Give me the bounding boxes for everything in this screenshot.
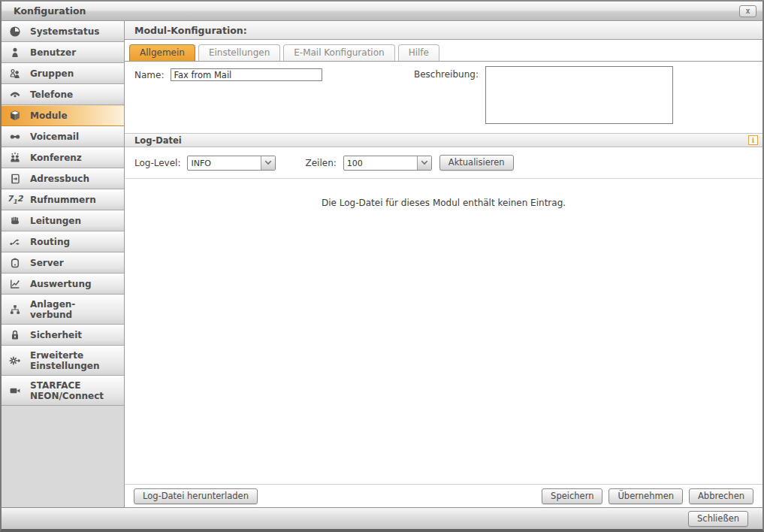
- sidebar-item-leitungen[interactable]: Leitungen: [2, 210, 124, 231]
- log-controls: Log-Level: INFO Zeilen: 100 Aktualisiere…: [125, 147, 762, 179]
- sidebar-item-auswertung[interactable]: Auswertung: [2, 274, 124, 295]
- sidebar-item-label: STARFACE NEON/Connect: [30, 380, 104, 401]
- tab-allgemein[interactable]: Allgemein: [129, 44, 195, 61]
- panel-title: Modul-Konfiguration:: [125, 21, 762, 40]
- sidebar-item-label: Module: [30, 110, 68, 121]
- log-level-select[interactable]: INFO: [187, 156, 276, 171]
- tab-einstellungen[interactable]: Einstellungen: [198, 44, 280, 61]
- log-level-label: Log-Level:: [134, 158, 180, 168]
- general-form: Name: Beschreibung:: [125, 62, 762, 133]
- sidebar-item-voicemail[interactable]: Voicemail: [2, 126, 124, 147]
- conference-icon: [7, 152, 23, 164]
- sidebar-item-konferenz[interactable]: Konferenz: [2, 147, 124, 168]
- sidebar-item-label: Telefone: [30, 89, 73, 100]
- chevron-down-icon: [261, 156, 275, 170]
- cancel-button[interactable]: Abbrechen: [689, 488, 753, 504]
- titlebar: Konfiguration x: [2, 2, 762, 21]
- sidebar-item-label: Auswertung: [30, 279, 92, 289]
- log-content-area: [125, 208, 762, 484]
- address-book-icon: [7, 173, 23, 185]
- chevron-down-icon: [417, 156, 431, 170]
- save-button[interactable]: Speichern: [542, 488, 602, 504]
- name-label: Name:: [134, 70, 164, 80]
- chart-icon: [7, 278, 23, 290]
- sidebar-item-starface-neon-connect[interactable]: STARFACE NEON/Connect: [2, 376, 124, 406]
- sidebar-item-label: Server: [30, 258, 64, 268]
- description-label: Beschreibung:: [414, 69, 479, 124]
- lock-icon: [7, 329, 23, 341]
- sidebar-item-benutzer[interactable]: Benutzer: [2, 42, 124, 63]
- user-icon: [7, 47, 23, 59]
- sidebar-item-label: Adressbuch: [30, 174, 89, 184]
- info-icon[interactable]: i: [748, 135, 758, 145]
- sidebar-item-systemstatus[interactable]: Systemstatus: [2, 21, 124, 42]
- close-window-button[interactable]: Schließen: [688, 511, 748, 527]
- log-level-value: INFO: [188, 156, 261, 170]
- server-icon: [7, 257, 23, 269]
- gear-plus-icon: [7, 355, 23, 367]
- sidebar-item-label: Leitungen: [30, 216, 81, 226]
- log-section-header: Log-Datei i: [125, 133, 762, 147]
- konfiguration-window: Konfiguration x Systemstatus Benutzer: [0, 0, 764, 532]
- lines-value: 100: [344, 156, 417, 170]
- lines-icon: [7, 215, 23, 227]
- cube-icon: [7, 110, 23, 122]
- sidebar-item-gruppen[interactable]: Gruppen: [2, 63, 124, 84]
- sidebar-item-server[interactable]: Server: [2, 252, 124, 274]
- lines-select[interactable]: 100: [343, 156, 432, 171]
- tabbar: Allgemein Einstellungen E-Mail Konfigura…: [125, 40, 762, 62]
- tab-email-konfiguration[interactable]: E-Mail Konfiguration: [283, 44, 394, 61]
- sidebar-item-anlagenverbund[interactable]: Anlagen- verbund: [2, 295, 124, 325]
- refresh-button[interactable]: Aktualisieren: [439, 155, 514, 171]
- sidebar-item-telefone[interactable]: Telefone: [2, 84, 124, 105]
- sidebar-item-adressbuch[interactable]: Adressbuch: [2, 168, 124, 189]
- lines-label: Zeilen:: [305, 158, 336, 168]
- name-input[interactable]: [171, 68, 322, 81]
- phone-icon: [7, 89, 23, 101]
- sidebar-item-label: Gruppen: [30, 68, 74, 79]
- window-bottom-bar: Schließen: [2, 507, 762, 529]
- routing-icon: [7, 236, 23, 248]
- download-log-button[interactable]: Log-Datei herunterladen: [134, 488, 258, 504]
- log-section-title: Log-Datei: [134, 135, 182, 146]
- module-configuration-panel: Modul-Konfiguration: Allgemein Einstellu…: [125, 21, 762, 507]
- users-icon: [7, 68, 23, 80]
- sidebar-item-label: Konferenz: [30, 153, 82, 163]
- apply-button[interactable]: Übernehmen: [608, 488, 683, 504]
- sidebar-filler: [2, 406, 124, 507]
- video-camera-icon: [7, 385, 23, 397]
- voicemail-icon: [7, 131, 23, 143]
- sidebar-item-label: Routing: [30, 237, 70, 247]
- sidebar-item-label: Systemstatus: [30, 26, 99, 37]
- network-icon: [7, 304, 23, 316]
- sidebar-item-label: Rufnummern: [30, 195, 96, 205]
- log-empty-message: Die Log-Datei für dieses Modul enthält k…: [125, 198, 762, 208]
- sidebar-item-label: Voicemail: [30, 131, 79, 142]
- description-textarea[interactable]: [485, 66, 673, 124]
- sidebar-item-label: Anlagen- verbund: [30, 299, 75, 320]
- tab-hilfe[interactable]: Hilfe: [398, 44, 439, 61]
- sidebar-item-module[interactable]: Module: [2, 105, 124, 126]
- sidebar-item-rufnummern[interactable]: 712 Rufnummern: [2, 189, 124, 210]
- clock-icon: [7, 26, 23, 38]
- sidebar-item-label: Benutzer: [30, 47, 76, 58]
- sidebar-item-routing[interactable]: Routing: [2, 231, 124, 252]
- sidebar: Systemstatus Benutzer Gruppen Telefone: [2, 21, 125, 507]
- panel-footer: Log-Datei herunterladen Speichern Überne…: [125, 484, 762, 507]
- numbers-icon: 712: [7, 194, 23, 206]
- sidebar-item-label: Erweiterte Einstellungen: [30, 350, 99, 371]
- sidebar-item-erweiterte-einstellungen[interactable]: Erweiterte Einstellungen: [2, 346, 124, 376]
- sidebar-item-sicherheit[interactable]: Sicherheit: [2, 325, 124, 346]
- window-title: Konfiguration: [14, 5, 86, 17]
- sidebar-item-label: Sicherheit: [30, 330, 82, 340]
- close-icon[interactable]: x: [739, 5, 756, 17]
